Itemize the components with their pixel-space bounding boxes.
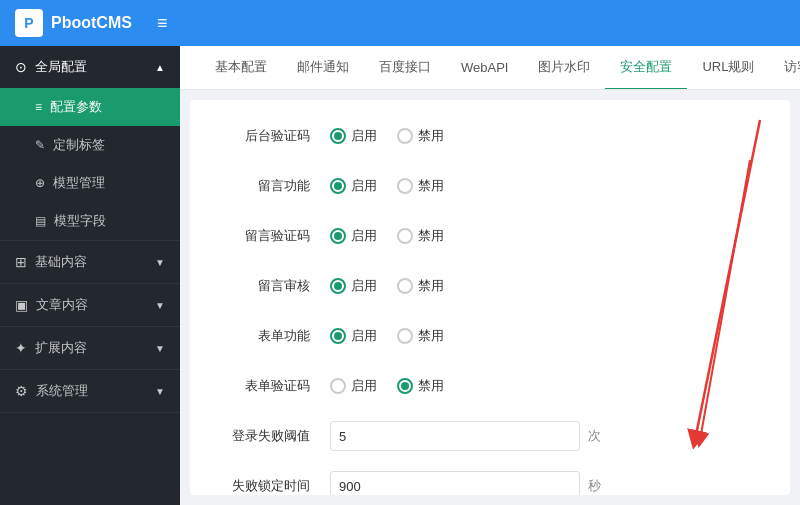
form-content: 后台验证码 启用 禁用 留言功能 <box>190 100 790 495</box>
radio-label-form-disable: 禁用 <box>418 327 444 345</box>
radio-label-form-captcha-enable: 启用 <box>351 377 377 395</box>
tab-webapi[interactable]: WebAPI <box>446 48 523 89</box>
tab-email-notify[interactable]: 邮件通知 <box>282 46 364 90</box>
form-row-login-fail: 登录失败阈值 次 <box>220 420 760 452</box>
form-row-comment-function: 留言功能 启用 禁用 <box>220 170 760 202</box>
radio-circle-comment-disable <box>397 178 413 194</box>
radio-circle-review-disable <box>397 278 413 294</box>
form-row-comment-review: 留言审核 启用 禁用 <box>220 270 760 302</box>
unit-login-fail: 次 <box>588 427 601 445</box>
sidebar-group-extended-content: ✦ 扩展内容 ▼ <box>0 327 180 370</box>
radio-circle-backend-enable <box>330 128 346 144</box>
form-row-form-function: 表单功能 启用 禁用 <box>220 320 760 352</box>
label-comment-review: 留言审核 <box>220 277 310 295</box>
article-content-icon: ▣ <box>15 297 28 313</box>
menu-toggle-icon[interactable]: ≡ <box>157 13 168 34</box>
radio-label-backend-enable: 启用 <box>351 127 377 145</box>
sidebar-item-custom-tags[interactable]: ✎ 定制标签 <box>0 126 180 164</box>
sidebar-group-label-global-config: 全局配置 <box>35 58 87 76</box>
sidebar-group-header-global-config[interactable]: ⊙ 全局配置 ▲ <box>0 46 180 88</box>
label-backend-captcha: 后台验证码 <box>220 127 310 145</box>
input-login-fail[interactable] <box>330 421 580 451</box>
logo-text: PbootCMS <box>51 14 132 32</box>
header: P PbootCMS ≡ <box>0 0 800 46</box>
radio-label-comment-enable: 启用 <box>351 177 377 195</box>
form-row-lock-time: 失败锁定时间 秒 <box>220 470 760 495</box>
radio-form-function-disable[interactable]: 禁用 <box>397 327 444 345</box>
radio-group-backend-captcha: 启用 禁用 <box>330 127 444 145</box>
sidebar-group-global-config: ⊙ 全局配置 ▲ ≡ 配置参数 ✎ 定制标签 ⊕ 模型管理 ▤ 模型字段 <box>0 46 180 241</box>
sidebar-group-basic-content: ⊞ 基础内容 ▼ <box>0 241 180 284</box>
radio-comment-review-enable[interactable]: 启用 <box>330 277 377 295</box>
sidebar-group-label-system-management: 系统管理 <box>36 382 88 400</box>
tab-basic-config[interactable]: 基本配置 <box>200 46 282 90</box>
system-management-icon: ⚙ <box>15 383 28 399</box>
tab-url-rules[interactable]: URL规则 <box>687 46 769 90</box>
radio-backend-captcha-disable[interactable]: 禁用 <box>397 127 444 145</box>
radio-label-form-enable: 启用 <box>351 327 377 345</box>
radio-form-captcha-enable[interactable]: 启用 <box>330 377 377 395</box>
sidebar-group-label-extended-content: 扩展内容 <box>35 339 87 357</box>
sidebar-group-system-management: ⚙ 系统管理 ▼ <box>0 370 180 413</box>
sidebar-item-label-custom-tags: 定制标签 <box>53 136 105 154</box>
radio-label-review-enable: 启用 <box>351 277 377 295</box>
basic-content-icon: ⊞ <box>15 254 27 270</box>
radio-circle-backend-disable <box>397 128 413 144</box>
radio-comment-function-enable[interactable]: 启用 <box>330 177 377 195</box>
sidebar-group-header-system-management[interactable]: ⚙ 系统管理 ▼ <box>0 370 180 412</box>
sidebar-item-label-model-fields: 模型字段 <box>54 212 106 230</box>
radio-comment-captcha-disable[interactable]: 禁用 <box>397 227 444 245</box>
input-lock-time[interactable] <box>330 471 580 495</box>
radio-form-function-enable[interactable]: 启用 <box>330 327 377 345</box>
tab-visitor-info[interactable]: 访客信息 <box>769 46 800 90</box>
radio-group-comment-captcha: 启用 禁用 <box>330 227 444 245</box>
sidebar: ⊙ 全局配置 ▲ ≡ 配置参数 ✎ 定制标签 ⊕ 模型管理 ▤ 模型字段 <box>0 46 180 505</box>
radio-label-captcha-enable: 启用 <box>351 227 377 245</box>
sidebar-item-model-management[interactable]: ⊕ 模型管理 <box>0 164 180 202</box>
label-form-captcha: 表单验证码 <box>220 377 310 395</box>
main-content: 基本配置 邮件通知 百度接口 WebAPI 图片水印 安全配置 URL规则 访客… <box>180 46 800 505</box>
radio-circle-captcha-enable <box>330 228 346 244</box>
tab-baidu-api[interactable]: 百度接口 <box>364 46 446 90</box>
radio-form-captcha-disable[interactable]: 禁用 <box>397 377 444 395</box>
custom-tags-icon: ✎ <box>35 138 45 152</box>
radio-circle-form-captcha-enable <box>330 378 346 394</box>
sidebar-group-label-basic-content: 基础内容 <box>35 253 87 271</box>
label-comment-captcha: 留言验证码 <box>220 227 310 245</box>
radio-label-captcha-disable: 禁用 <box>418 227 444 245</box>
radio-circle-form-captcha-disable <box>397 378 413 394</box>
sidebar-item-config-params[interactable]: ≡ 配置参数 <box>0 88 180 126</box>
chevron-down-icon-article: ▼ <box>155 300 165 311</box>
config-params-icon: ≡ <box>35 100 42 114</box>
sidebar-item-label-config-params: 配置参数 <box>50 98 102 116</box>
chevron-down-icon-system: ▼ <box>155 386 165 397</box>
tab-security-config[interactable]: 安全配置 <box>605 46 687 90</box>
radio-group-comment-review: 启用 禁用 <box>330 277 444 295</box>
radio-label-comment-disable: 禁用 <box>418 177 444 195</box>
label-form-function: 表单功能 <box>220 327 310 345</box>
sidebar-group-header-basic-content[interactable]: ⊞ 基础内容 ▼ <box>0 241 180 283</box>
radio-comment-captcha-enable[interactable]: 启用 <box>330 227 377 245</box>
radio-comment-function-disable[interactable]: 禁用 <box>397 177 444 195</box>
sidebar-group-header-article-content[interactable]: ▣ 文章内容 ▼ <box>0 284 180 326</box>
radio-label-backend-disable: 禁用 <box>418 127 444 145</box>
sidebar-group-label-article-content: 文章内容 <box>36 296 88 314</box>
sidebar-item-label-model-management: 模型管理 <box>53 174 105 192</box>
radio-circle-form-enable <box>330 328 346 344</box>
radio-backend-captcha-enable[interactable]: 启用 <box>330 127 377 145</box>
model-fields-icon: ▤ <box>35 214 46 228</box>
radio-comment-review-disable[interactable]: 禁用 <box>397 277 444 295</box>
tab-image-watermark[interactable]: 图片水印 <box>523 46 605 90</box>
form-row-form-captcha: 表单验证码 启用 禁用 <box>220 370 760 402</box>
sidebar-item-model-fields[interactable]: ▤ 模型字段 <box>0 202 180 240</box>
radio-group-comment-function: 启用 禁用 <box>330 177 444 195</box>
global-config-icon: ⊙ <box>15 59 27 75</box>
label-comment-function: 留言功能 <box>220 177 310 195</box>
radio-circle-form-disable <box>397 328 413 344</box>
sidebar-group-header-extended-content[interactable]: ✦ 扩展内容 ▼ <box>0 327 180 369</box>
radio-circle-captcha-disable <box>397 228 413 244</box>
radio-group-form-captcha: 启用 禁用 <box>330 377 444 395</box>
label-login-fail: 登录失败阈值 <box>220 427 310 445</box>
tab-bar: 基本配置 邮件通知 百度接口 WebAPI 图片水印 安全配置 URL规则 访客… <box>180 46 800 90</box>
model-management-icon: ⊕ <box>35 176 45 190</box>
